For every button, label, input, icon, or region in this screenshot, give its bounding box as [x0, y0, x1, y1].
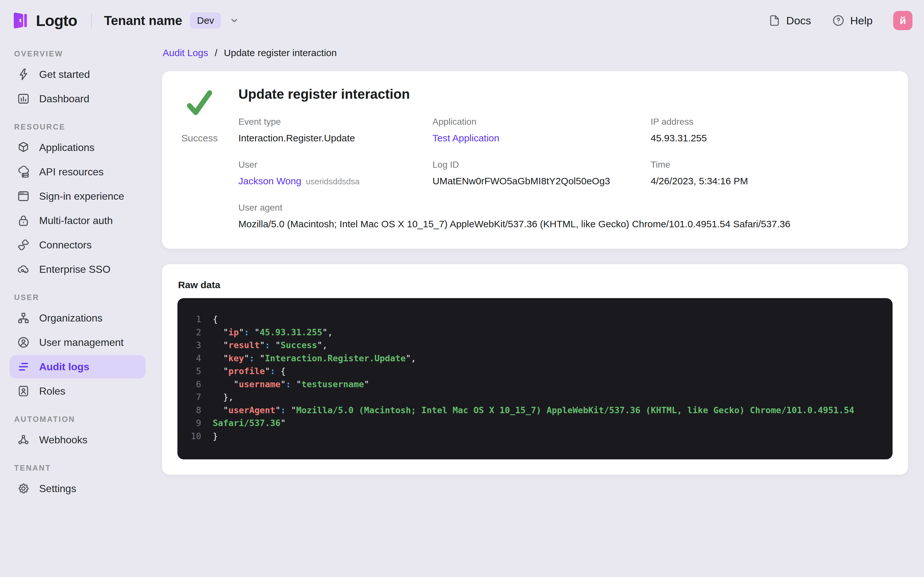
line-number: 5 — [178, 365, 213, 378]
org-tree-icon — [17, 311, 30, 325]
status-label: Success — [180, 133, 219, 143]
field-label: User agent — [238, 203, 890, 213]
field-label: Log ID — [433, 160, 651, 170]
raw-data-card: Raw data 1{2 "ip": "45.93.31.255",3 "res… — [162, 264, 908, 475]
cloud-server-icon — [17, 165, 30, 179]
docs-label: Docs — [787, 15, 811, 27]
cloud-key-icon — [17, 263, 30, 276]
field-event-type: Event typeInteraction.Register.Update — [238, 117, 433, 143]
breadcrumb-audit-logs-link[interactable]: Audit Logs — [163, 47, 208, 58]
breadcrumb-separator: / — [215, 47, 217, 58]
sidebar-item-label: Roles — [39, 385, 65, 397]
sidebar-item-label: Applications — [39, 142, 95, 153]
user-circle-icon — [17, 335, 30, 349]
sidebar-item-applications[interactable]: Applications — [10, 136, 145, 159]
audit-list-icon — [17, 360, 30, 374]
sidebar-item-enterprise-sso[interactable]: Enterprise SSO — [10, 258, 145, 281]
docs-button[interactable]: Docs — [768, 14, 811, 27]
avatar[interactable]: й — [893, 11, 913, 30]
line-number: 7 — [178, 391, 213, 404]
code-text: { — [213, 313, 218, 326]
tenant-selector[interactable]: Tenant name Dev — [104, 13, 240, 29]
line-number: 9 — [178, 417, 213, 430]
sidebar-item-label: Organizations — [39, 312, 102, 324]
divider — [91, 13, 92, 28]
id-card-icon — [17, 384, 30, 398]
line-number: 8 — [178, 404, 213, 417]
sidebar-item-roles[interactable]: Roles — [10, 380, 145, 403]
sidebar-item-multi-factor-auth[interactable]: Multi-factor auth — [10, 209, 145, 232]
sidebar-item-label: API resources — [39, 166, 103, 178]
line-number: 6 — [178, 378, 213, 391]
logo-wordmark: Logto — [36, 12, 77, 29]
sidebar-item-label: Audit logs — [39, 361, 89, 373]
sidebar-item-user-management[interactable]: User management — [10, 331, 145, 354]
sidebar-section-overview: OVERVIEW — [14, 49, 145, 58]
code-line: 1{ — [178, 313, 885, 326]
webhook-icon — [17, 433, 30, 446]
code-block: 1{2 "ip": "45.93.31.255",3 "result": "Su… — [178, 298, 893, 459]
sidebar-item-get-started[interactable]: Get started — [10, 63, 145, 86]
sidebar-section-resource: RESOURCE — [14, 122, 145, 131]
field-label: Event type — [238, 117, 433, 127]
application-link[interactable]: Test Application — [433, 133, 499, 143]
code-line: 9Safari/537.36" — [178, 417, 885, 430]
help-label: Help — [850, 15, 873, 27]
detail-fields: Event typeInteraction.Register.UpdateApp… — [238, 117, 890, 229]
field-time: Time4/26/2023, 5:34:16 PM — [651, 160, 890, 187]
logto-logo-icon — [11, 11, 29, 31]
code-line: 3 "result": "Success", — [178, 339, 885, 352]
code-text: "key": "Interaction.Register.Update", — [213, 352, 416, 365]
code-text: }, — [213, 391, 234, 404]
page-title: Update register interaction — [238, 87, 890, 102]
sidebar-item-sign-in-experience[interactable]: Sign-in experience — [10, 185, 145, 208]
dashboard-icon — [17, 92, 30, 105]
lightning-icon — [17, 68, 30, 81]
status-column: Success — [180, 87, 219, 229]
line-number: 2 — [178, 326, 213, 339]
chevron-down-icon[interactable] — [229, 15, 240, 26]
sidebar-item-dashboard[interactable]: Dashboard — [10, 87, 145, 110]
tenant-name: Tenant name — [104, 13, 182, 28]
help-icon — [832, 14, 845, 27]
sidebar-item-connectors[interactable]: Connectors — [10, 234, 145, 256]
sidebar-item-organizations[interactable]: Organizations — [10, 306, 145, 330]
field-ip-address: IP address45.93.31.255 — [651, 117, 890, 143]
browser-icon — [17, 189, 30, 203]
breadcrumb-current: Update register interaction — [224, 47, 337, 58]
field-label: IP address — [651, 117, 890, 127]
sidebar-item-label: Dashboard — [39, 93, 89, 105]
code-line: 10} — [178, 430, 885, 443]
breadcrumb: Audit Logs / Update register interaction — [163, 47, 908, 58]
line-number: 1 — [178, 313, 213, 326]
sidebar-item-label: User management — [39, 337, 124, 348]
help-button[interactable]: Help — [832, 14, 873, 27]
code-line: 7 }, — [178, 391, 885, 404]
sidebar: OVERVIEWGet startedDashboardRESOURCEAppl… — [0, 41, 154, 577]
code-text: "userAgent": "Mozilla/5.0 (Macintosh; In… — [213, 404, 854, 417]
code-line: 6 "username": "testusername" — [178, 378, 885, 391]
gear-icon — [17, 482, 30, 495]
line-number: 10 — [178, 430, 213, 443]
logto-brand: Logto — [11, 11, 77, 31]
sidebar-item-label: Webhooks — [39, 434, 87, 446]
code-text: } — [213, 430, 218, 443]
code-line: 2 "ip": "45.93.31.255", — [178, 326, 885, 339]
event-detail-card: Success Update register interaction Even… — [162, 71, 908, 249]
code-text: "profile": { — [213, 365, 286, 378]
sidebar-item-label: Settings — [39, 483, 76, 495]
cube-icon — [17, 141, 30, 154]
user-id-text: useridsddsdsa — [306, 177, 360, 186]
code-text: "result": "Success", — [213, 339, 328, 352]
sidebar-item-settings[interactable]: Settings — [10, 477, 145, 500]
field-application: ApplicationTest Application — [433, 117, 651, 143]
ip-address-value: 45.93.31.255 — [651, 133, 707, 143]
code-line: 5 "profile": { — [178, 365, 885, 378]
user-link[interactable]: Jackson Wong — [238, 176, 301, 186]
time-value: 4/26/2023, 5:34:16 PM — [651, 176, 748, 186]
sidebar-section-tenant: TENANT — [14, 464, 145, 472]
line-number: 3 — [178, 339, 213, 352]
sidebar-item-api-resources[interactable]: API resources — [10, 160, 145, 183]
sidebar-item-webhooks[interactable]: Webhooks — [10, 428, 145, 451]
sidebar-item-audit-logs[interactable]: Audit logs — [10, 355, 145, 378]
